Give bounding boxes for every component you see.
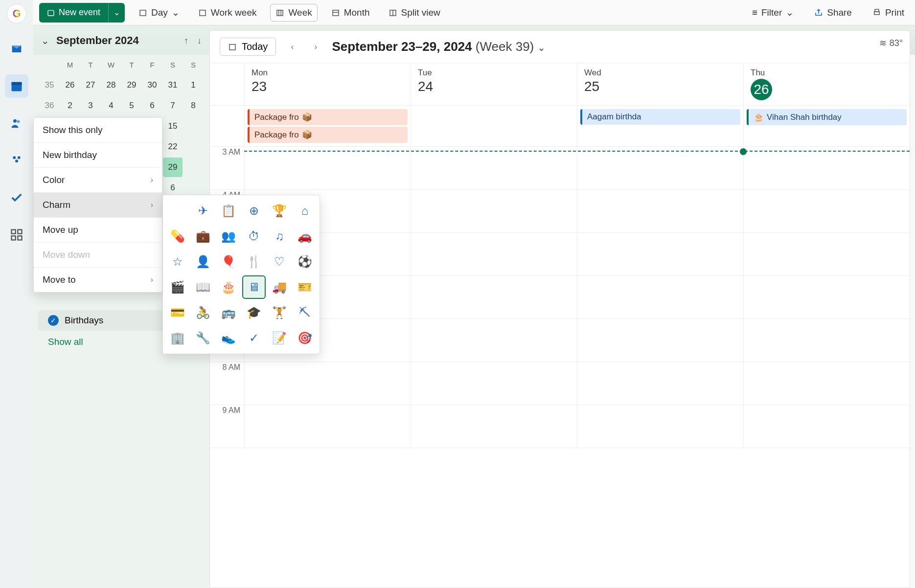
charm-option[interactable]: 🚗 xyxy=(293,225,317,248)
charm-option[interactable]: ⛏ xyxy=(293,301,317,324)
charm-option[interactable]: ⏱ xyxy=(242,225,266,248)
charm-option[interactable]: 📖 xyxy=(191,275,215,299)
charm-option[interactable]: 🏆 xyxy=(268,199,291,223)
prev-week-icon[interactable]: ‹ xyxy=(285,40,299,54)
time-cell[interactable] xyxy=(743,190,910,233)
ctx-color[interactable]: Color› xyxy=(34,167,162,192)
svg-rect-7 xyxy=(12,230,16,234)
ctx-charm[interactable]: Charm› xyxy=(34,192,162,217)
event-package-2[interactable]: Package fro📦 xyxy=(248,127,408,143)
mini-cal-next-icon[interactable]: ↓ xyxy=(197,36,202,46)
mini-cal-toggle-icon[interactable]: ⌄ xyxy=(41,35,49,46)
charm-option[interactable]: 🚴 xyxy=(191,301,215,324)
time-cell[interactable] xyxy=(577,190,743,233)
groups-icon[interactable] xyxy=(5,149,28,172)
ctx-new-birthday[interactable]: New birthday xyxy=(34,142,162,167)
charm-option[interactable]: 🎬 xyxy=(166,275,189,299)
svg-rect-14 xyxy=(277,10,283,15)
charm-option[interactable]: 🎈 xyxy=(217,250,240,273)
view-month-button[interactable]: Month xyxy=(326,4,375,21)
apps-icon[interactable] xyxy=(5,223,28,247)
time-cell[interactable] xyxy=(743,147,910,190)
day-header-thu[interactable]: Thu26 ≋83° xyxy=(743,63,910,105)
view-day-button[interactable]: Day ⌄ xyxy=(134,4,184,21)
today-button[interactable]: Today xyxy=(220,38,276,56)
view-week-button[interactable]: Week xyxy=(270,4,317,22)
ctx-move-to[interactable]: Move to› xyxy=(34,267,162,292)
charm-option[interactable]: 👥 xyxy=(217,225,240,248)
ctx-move-up[interactable]: Move up xyxy=(34,217,162,242)
time-cell[interactable] xyxy=(577,319,743,362)
time-cell[interactable] xyxy=(743,276,910,319)
time-cell[interactable] xyxy=(244,405,411,448)
event-package-1[interactable]: Package fro📦 xyxy=(248,109,408,125)
charm-option[interactable]: 🏋 xyxy=(268,301,291,324)
time-cell[interactable] xyxy=(411,276,577,319)
charm-option[interactable]: 👟 xyxy=(217,326,240,350)
mini-cal-prev-icon[interactable]: ↑ xyxy=(184,36,188,46)
new-event-dropdown-icon[interactable]: ⌄ xyxy=(108,3,125,23)
time-cell[interactable] xyxy=(577,147,743,190)
charm-option[interactable]: 💳 xyxy=(166,301,189,324)
time-cell[interactable] xyxy=(411,233,577,276)
charm-option[interactable]: 📋 xyxy=(217,199,240,223)
view-split-button[interactable]: Split view xyxy=(384,4,445,21)
time-cell[interactable] xyxy=(577,233,743,276)
time-cell[interactable] xyxy=(244,147,411,190)
charm-option[interactable]: 🎓 xyxy=(242,301,266,324)
charm-option[interactable]: 🖥 xyxy=(242,275,266,299)
time-cell[interactable] xyxy=(411,362,577,405)
charm-option[interactable]: ✈ xyxy=(191,199,215,223)
todo-icon[interactable] xyxy=(5,186,28,209)
charm-option[interactable]: 🔧 xyxy=(191,326,215,350)
charm-option[interactable]: 🏢 xyxy=(166,326,189,350)
time-cell[interactable] xyxy=(411,190,577,233)
charm-option[interactable]: 💼 xyxy=(191,225,215,248)
time-cell[interactable] xyxy=(411,147,577,190)
time-cell[interactable] xyxy=(577,405,743,448)
charm-option[interactable]: ✓ xyxy=(242,326,266,350)
charm-option[interactable]: ♡ xyxy=(268,250,291,273)
people-icon[interactable] xyxy=(5,112,28,135)
package-icon: 📦 xyxy=(302,130,312,140)
new-event-button[interactable]: New event ⌄ xyxy=(39,3,125,23)
print-button[interactable]: Print xyxy=(868,4,909,21)
time-cell[interactable] xyxy=(577,362,743,405)
time-cell[interactable] xyxy=(743,319,910,362)
next-week-icon[interactable]: › xyxy=(308,40,323,54)
time-cell[interactable] xyxy=(743,362,910,405)
charm-option[interactable]: 👤 xyxy=(191,250,215,273)
charm-option[interactable]: 🚚 xyxy=(268,275,291,299)
view-workweek-button[interactable]: Work week xyxy=(193,4,262,21)
charm-option[interactable]: ♫ xyxy=(268,225,291,248)
charm-option[interactable]: ⌂ xyxy=(293,199,317,223)
share-button[interactable]: Share xyxy=(809,4,857,21)
charm-option[interactable]: ⚽ xyxy=(293,250,317,273)
day-header-mon[interactable]: Mon23 xyxy=(244,63,411,105)
charm-option[interactable]: 📝 xyxy=(268,326,291,350)
calendar-icon[interactable] xyxy=(5,74,28,98)
time-cell[interactable] xyxy=(411,405,577,448)
mail-icon[interactable] xyxy=(5,37,28,61)
time-cell[interactable] xyxy=(577,276,743,319)
day-header-tue[interactable]: Tue24 xyxy=(411,63,577,105)
filter-button[interactable]: ≡Filter ⌄ xyxy=(747,4,799,21)
charm-option[interactable]: ⊕ xyxy=(242,199,266,223)
charm-option[interactable]: ☆ xyxy=(166,250,189,273)
time-cell[interactable] xyxy=(743,233,910,276)
day-header-wed[interactable]: Wed25 xyxy=(577,63,743,105)
time-cell[interactable] xyxy=(743,405,910,448)
time-cell[interactable] xyxy=(244,362,411,405)
time-cell[interactable] xyxy=(411,319,577,362)
charm-option[interactable]: 💊 xyxy=(166,225,189,248)
charm-option[interactable]: 🎫 xyxy=(293,275,317,299)
event-vihan-birthday[interactable]: 🎂Vihan Shah birthday xyxy=(747,109,907,125)
date-range-title[interactable]: September 23–29, 2024 (Week 39) ⌄ xyxy=(332,39,545,54)
charm-option[interactable]: 🎯 xyxy=(293,326,317,350)
google-account-icon[interactable]: G xyxy=(7,4,26,23)
charm-option[interactable]: 🍴 xyxy=(242,250,266,273)
ctx-show-only[interactable]: Show this only xyxy=(34,118,162,142)
charm-option[interactable]: 🎂 xyxy=(217,275,240,299)
charm-option[interactable]: 🚌 xyxy=(217,301,240,324)
event-aagam-birthday[interactable]: Aagam birthda xyxy=(580,109,740,125)
